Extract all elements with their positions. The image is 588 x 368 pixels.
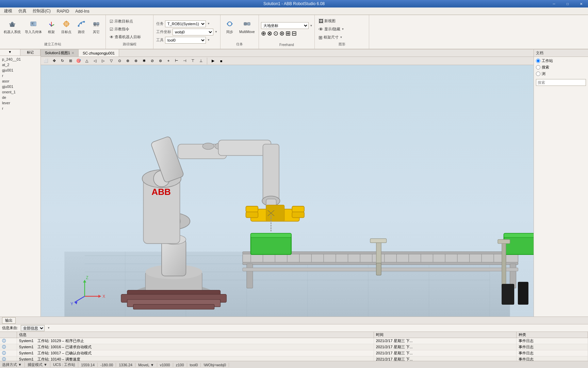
log-type-1: 事件日志 [517, 344, 588, 350]
radio-search[interactable] [536, 65, 540, 70]
right-panel-header: 文档 [534, 49, 588, 57]
tab-close-0[interactable]: ✕ [71, 51, 74, 55]
viewport-tab-0[interactable]: Solution1视图1 ✕ [41, 49, 79, 57]
show-hide-button[interactable]: 👁 显示/隐藏 ▼ [317, 26, 346, 33]
sidebar-item-4[interactable]: asor [1, 78, 40, 84]
menu-item-simulate[interactable]: 仿真 [16, 7, 29, 15]
viewport-canvas[interactable]: ABB [41, 65, 534, 317]
col-time: 时间 [374, 332, 517, 338]
frame-button[interactable]: 框架 [44, 17, 59, 35]
vp-btn-move[interactable]: ✥ [50, 58, 58, 64]
log-type-3: 事件日志 [517, 356, 588, 361]
robot-system-button[interactable]: 机器人系统 [2, 17, 22, 35]
col-icon [0, 332, 17, 338]
freehand-icon-3[interactable]: ⊙ [273, 30, 278, 37]
filter-select[interactable]: 全部信息 [21, 325, 45, 331]
show-command-button[interactable]: ☑ 示教指令 [108, 26, 131, 33]
sync-button[interactable]: 同步 [223, 17, 237, 35]
vp-btn-7[interactable]: ◁ [91, 58, 99, 64]
sidebar-tab-nav[interactable]: ▼ [0, 49, 20, 56]
import-geo-label: 导入几何体 [25, 30, 42, 34]
radio-browse[interactable] [536, 72, 540, 76]
menu-item-controller[interactable]: 控制器(C) [30, 7, 53, 15]
sidebar-item-1[interactable]: at_2 [1, 62, 40, 67]
show-target-button[interactable]: ☑ 示教目标点 [108, 18, 135, 25]
play-button[interactable]: ▶ [209, 58, 217, 64]
sidebar-item-8[interactable]: lever [1, 100, 40, 106]
maximize-button[interactable]: □ [561, 0, 574, 7]
other-icon: 其它 [91, 18, 102, 29]
output-tab-button[interactable]: 输出 [2, 317, 16, 324]
path-button[interactable]: 路径 [74, 17, 88, 35]
vp-btn-19[interactable]: ⊤ [189, 58, 197, 64]
freehand-icon-2[interactable]: ⊗ [267, 30, 272, 37]
vp-btn-9[interactable]: ▽ [108, 58, 115, 64]
menu-item-rapid[interactable]: RAPID [54, 8, 72, 14]
vp-btn-13[interactable]: ✱ [140, 58, 148, 64]
show-hide-arrow: ▼ [341, 28, 344, 31]
coord-select[interactable]: 大地坐标 [261, 22, 309, 29]
frame-icon [46, 18, 57, 29]
status-mode: 选择方式 ▼ [2, 362, 25, 367]
vp-btn-12[interactable]: ⊗ [132, 58, 140, 64]
multimove-button[interactable]: MultiMove [238, 17, 257, 35]
sidebar-item-2[interactable]: gju001 [1, 67, 40, 73]
sidebar-tab-marks[interactable]: 标记 [20, 49, 41, 56]
frame-label: 框架 [48, 30, 55, 34]
vp-btn-select[interactable]: ⬜ [42, 58, 50, 64]
toolbar-group-path: ☑ 示教目标点 ☑ 示教指令 👁 查看机器人目标 路径编程 [106, 15, 153, 49]
vp-btn-16[interactable]: ⌖ [165, 58, 172, 64]
sidebar-item-7[interactable]: de [1, 95, 40, 100]
view-robot-target-button[interactable]: 👁 查看机器人目标 [108, 33, 143, 41]
freehand-icon-6[interactable]: ⊟ [292, 30, 297, 37]
vp-btn-6[interactable]: △ [83, 58, 91, 64]
svg-rect-70 [246, 206, 258, 212]
other-button[interactable]: 其它 其它 [89, 17, 103, 35]
import-geo-button[interactable]: 导入几何体 [23, 17, 44, 35]
view-group-buttons: 🖼 新视图 👁 显示/隐藏 ▼ ⊞ 框架尺寸 ▼ [317, 16, 367, 41]
vp-btn-rotate[interactable]: ↻ [59, 58, 66, 64]
freehand-icon-1[interactable]: ⊕ [261, 30, 266, 37]
frame-size-button[interactable]: ⊞ 框架尺寸 ▼ [317, 34, 344, 41]
vp-btn-8[interactable]: ▷ [99, 58, 107, 64]
sidebar-item-3[interactable]: r [1, 73, 40, 78]
vp-btn-15[interactable]: ⊛ [157, 58, 164, 64]
right-search-input[interactable] [536, 79, 586, 86]
freehand-icon-4[interactable]: ⊛ [279, 30, 284, 37]
vp-btn-18[interactable]: ⊣ [181, 58, 189, 64]
col-type: 种类 [517, 332, 588, 338]
sidebar-item-6[interactable]: onent_1 [1, 89, 40, 95]
vp-btn-scale[interactable]: ⊞ [67, 58, 74, 64]
sidebar-item-5[interactable]: gju001 [1, 84, 40, 89]
svg-marker-8 [34, 22, 36, 26]
coord-buttons: 大地坐标 ▼ ⊕ ⊗ ⊙ ⊛ ⊞ ⊟ [261, 16, 313, 42]
svg-rect-52 [133, 304, 214, 309]
sidebar-item-9[interactable]: r [1, 106, 40, 111]
vp-btn-17[interactable]: ⊢ [173, 58, 180, 64]
sync-label: 同步 [226, 30, 233, 34]
menu-item-build[interactable]: 建模 [1, 7, 15, 15]
vp-btn-20[interactable]: ⊥ [197, 58, 205, 64]
workobj-row: 工件坐标 wobj0 ▼ [156, 29, 217, 35]
viewport-tab-1[interactable]: SC-zhuagongju001 [79, 49, 119, 57]
menu-item-addins[interactable]: Add-Ins [72, 8, 92, 14]
svg-rect-101 [247, 264, 253, 288]
new-view-button[interactable]: 🖼 新视图 [317, 17, 337, 25]
target-button[interactable]: 目标点 [59, 17, 74, 35]
close-button[interactable]: ✕ [574, 0, 588, 7]
minimize-button[interactable]: ─ [547, 0, 561, 7]
freehand-icon-5[interactable]: ⊞ [285, 30, 291, 37]
workobj-select[interactable]: wobj0 [173, 29, 213, 35]
vp-btn-5[interactable]: 🎯 [75, 58, 82, 64]
radio-workstation[interactable] [536, 59, 540, 63]
filter-dropdown-arrow: ▼ [47, 326, 50, 329]
search-option-label: 搜索 [542, 65, 549, 70]
table-row: ⓘ System1 工作站: 10129 – 程序已停止 2021/2/17 星… [0, 338, 588, 344]
vp-btn-10[interactable]: ⊙ [116, 58, 123, 64]
tool-select[interactable]: tool0 [165, 37, 206, 44]
vp-btn-11[interactable]: ⊕ [124, 58, 131, 64]
stop-button[interactable]: ■ [217, 58, 225, 64]
vp-btn-14[interactable]: ⊘ [148, 58, 156, 64]
task-select[interactable]: T_ROB1(System1) [165, 20, 206, 27]
sidebar-item-0[interactable]: p_240__01 [1, 57, 40, 62]
